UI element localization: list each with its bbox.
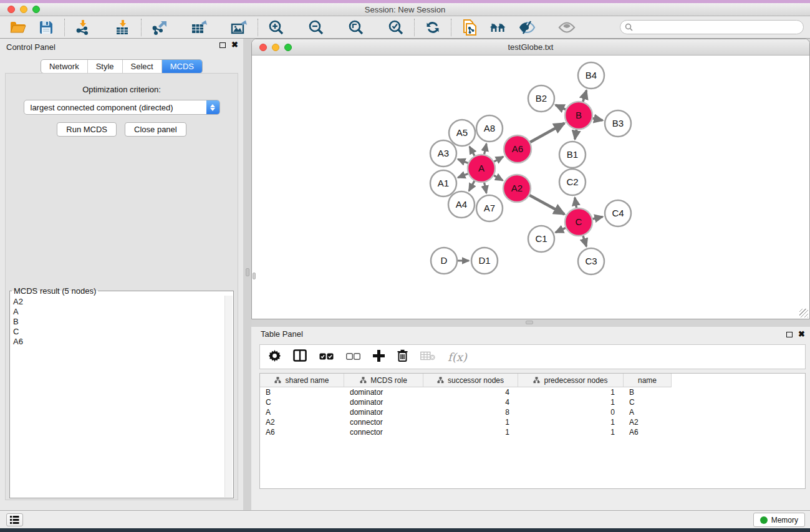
graph-node-A7[interactable]: A7 [476, 195, 503, 221]
tab-style[interactable]: Style [88, 60, 123, 73]
close-table-panel-icon[interactable]: ✖ [798, 331, 805, 337]
graph-node-C2[interactable]: C2 [559, 169, 586, 195]
search-input[interactable] [636, 23, 803, 32]
zoom-fit-icon[interactable] [347, 19, 365, 36]
delete-column-icon[interactable] [397, 349, 408, 364]
graph-node-B3[interactable]: B3 [605, 110, 631, 137]
zoom-out-icon[interactable] [307, 19, 325, 36]
home-layout-icon[interactable] [489, 19, 507, 36]
graph-node-C4[interactable]: C4 [605, 200, 631, 226]
zoom-selected-icon[interactable] [387, 19, 405, 36]
column-header-name[interactable]: name [624, 374, 672, 387]
graph-edge-B-B4[interactable] [583, 90, 587, 102]
graph-node-B2[interactable]: B2 [528, 85, 554, 112]
graph-node-A3[interactable]: A3 [430, 140, 456, 167]
table-row[interactable]: Cdominator41C [260, 397, 805, 407]
graph-node-B[interactable]: B [565, 102, 592, 129]
close-window-icon[interactable] [7, 6, 15, 13]
settings-gear-icon[interactable] [269, 350, 281, 364]
graph-edge-B-B1[interactable] [575, 130, 576, 140]
vertical-splitter-grip[interactable] [246, 268, 249, 276]
float-table-panel-icon[interactable] [786, 332, 793, 337]
graph-edge-C-C1[interactable] [556, 228, 566, 232]
horizontal-splitter-grip[interactable] [526, 321, 533, 324]
import-table-icon[interactable] [114, 19, 132, 36]
export-table-icon[interactable] [191, 19, 208, 36]
show-columns-icon[interactable] [293, 349, 307, 364]
column-header-successor-nodes[interactable]: successor nodes [423, 374, 518, 387]
graph-edge-C-C3[interactable] [583, 236, 586, 246]
node-table-header[interactable]: shared nameMCDS rolesuccessor nodesprede… [260, 374, 805, 387]
graph-node-A1[interactable]: A1 [430, 170, 456, 196]
network-window-controls[interactable] [259, 44, 292, 51]
graph-edge-B-B3[interactable] [593, 118, 603, 120]
mcds-result-scrollbar[interactable] [224, 296, 233, 497]
network-window-titlebar[interactable]: testGlobe.txt [252, 39, 809, 56]
close-panel-button[interactable]: Close panel [125, 122, 186, 137]
deselect-all-checkboxes-icon[interactable] [346, 351, 360, 362]
refresh-icon[interactable] [424, 19, 441, 36]
column-header-MCDS-role[interactable]: MCDS role [344, 374, 423, 387]
minimize-window-icon[interactable] [20, 6, 27, 13]
tab-mcds[interactable]: MCDS [162, 60, 202, 73]
criterion-dropdown[interactable]: largest connected component (directed) [24, 100, 220, 115]
zoom-in-icon[interactable] [268, 19, 285, 36]
maximize-window-icon[interactable] [32, 6, 40, 13]
table-row[interactable]: Adominator80A [260, 407, 805, 417]
graph-edge-C-C4[interactable] [592, 216, 602, 219]
export-image-icon[interactable] [231, 19, 248, 36]
graph-node-A8[interactable]: A8 [476, 115, 503, 142]
tab-select[interactable]: Select [123, 60, 162, 73]
window-controls[interactable] [7, 6, 40, 13]
network-canvas[interactable]: B4B2BB3A8A5A6A3B1AC2A1A2A4A7C4CC1C3DD1 [252, 56, 809, 319]
clone-network-icon[interactable] [461, 19, 478, 36]
close-network-icon[interactable] [259, 44, 267, 51]
graph-edge-A-A1[interactable] [458, 173, 468, 177]
graph-node-B1[interactable]: B1 [559, 142, 586, 168]
import-network-icon[interactable] [74, 19, 92, 36]
float-panel-icon[interactable] [219, 42, 226, 48]
mcds-result-item[interactable]: B [13, 317, 224, 327]
maximize-network-icon[interactable] [284, 44, 292, 51]
minimize-network-icon[interactable] [272, 44, 279, 51]
graph-node-A4[interactable]: A4 [448, 191, 475, 218]
search-field[interactable] [620, 20, 804, 34]
network-graph[interactable]: B4B2BB3A8A5A6A3B1AC2A1A2A4A7C4CC1C3DD1 [252, 56, 809, 319]
select-all-checkboxes-icon[interactable] [319, 351, 334, 362]
graph-node-A6[interactable]: A6 [504, 135, 531, 163]
mcds-result-list[interactable]: A2ABCA6 [11, 296, 224, 497]
graph-edge-A-A6[interactable] [494, 157, 503, 162]
graph-node-C[interactable]: C [565, 208, 592, 236]
graph-edge-C-C2[interactable] [575, 198, 577, 208]
export-network-icon[interactable] [151, 19, 168, 36]
table-row[interactable]: Bdominator41B [260, 387, 805, 397]
mcds-result-item[interactable]: A [13, 307, 224, 317]
table-row[interactable]: A6connector11A6 [260, 427, 805, 437]
graph-node-A5[interactable]: A5 [449, 120, 475, 146]
table-row[interactable]: A2connector11A2 [260, 417, 805, 427]
graph-edge-A-A5[interactable] [470, 147, 475, 156]
tab-network[interactable]: Network [41, 60, 88, 73]
open-folder-icon[interactable] [9, 19, 26, 36]
mcds-result-item[interactable]: A2 [13, 297, 224, 307]
graph-node-C3[interactable]: C3 [578, 248, 604, 274]
graph-edge-A6-B[interactable] [530, 123, 564, 142]
graph-edge-B-B2[interactable] [556, 105, 566, 109]
graph-edge-A-A7[interactable] [485, 183, 486, 193]
graph-edge-A-A3[interactable] [458, 159, 468, 163]
graph-edge-A-A8[interactable] [485, 143, 486, 154]
memory-button[interactable]: Memory [753, 513, 805, 527]
graph-node-D1[interactable]: D1 [471, 248, 498, 274]
mcds-result-item[interactable]: A6 [13, 337, 224, 347]
birds-eye-view-icon[interactable] [558, 19, 576, 36]
graph-node-B4[interactable]: B4 [578, 62, 604, 89]
close-panel-icon[interactable]: ✖ [231, 42, 238, 48]
graph-node-A[interactable]: A [468, 155, 495, 182]
graph-edge-A2-C[interactable] [529, 195, 564, 215]
save-session-icon[interactable] [37, 19, 55, 36]
hide-labels-icon[interactable] [518, 19, 536, 36]
mcds-result-item[interactable]: C [13, 327, 224, 337]
graph-node-C1[interactable]: C1 [528, 226, 554, 252]
window-resize-grip[interactable] [799, 309, 808, 317]
graph-node-D[interactable]: D [431, 248, 457, 274]
